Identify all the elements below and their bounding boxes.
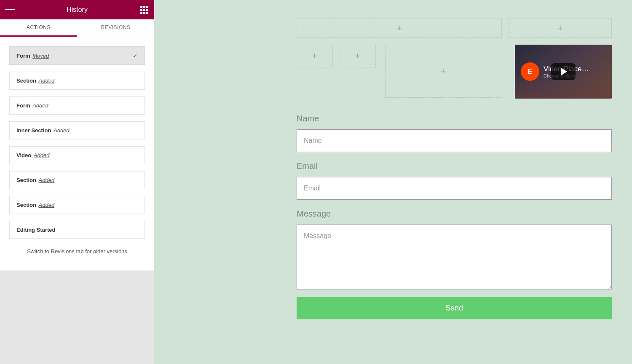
plus-icon: +: [396, 24, 402, 33]
tab-actions[interactable]: ACTIONS: [0, 19, 77, 37]
empty-column[interactable]: +: [385, 45, 501, 98]
history-item-label: Video Added: [16, 152, 49, 158]
widgets-grid-icon[interactable]: [139, 5, 149, 15]
history-item[interactable]: Form Moved✓: [9, 46, 145, 65]
play-button[interactable]: [551, 63, 576, 80]
video-widget[interactable]: E Video Place… Choose a video: [515, 45, 612, 99]
message-label: Message: [297, 209, 612, 219]
contact-form: Name Email Message Send: [297, 114, 612, 319]
history-item[interactable]: Section Added: [9, 171, 145, 189]
history-item[interactable]: Section Added: [9, 72, 145, 90]
email-input[interactable]: [297, 177, 612, 200]
history-item[interactable]: Editing Started: [9, 221, 145, 239]
menu-icon[interactable]: [5, 5, 15, 15]
history-list: Form Moved✓Section AddedForm AddedInner …: [0, 37, 154, 270]
name-label: Name: [297, 114, 612, 123]
editor-canvas[interactable]: + + + + + E Video Place… Choose a video …: [154, 0, 632, 364]
empty-column[interactable]: +: [297, 45, 333, 67]
empty-column[interactable]: +: [509, 19, 612, 38]
elementor-logo-icon: E: [521, 62, 539, 81]
message-input[interactable]: [297, 225, 612, 289]
history-item-label: Inner Section Added: [16, 127, 70, 134]
history-item[interactable]: Inner Section Added: [9, 121, 145, 139]
panel-header: History: [0, 0, 154, 19]
history-item-label: Section Added: [16, 202, 54, 208]
history-item[interactable]: Form Added: [9, 96, 145, 115]
history-item-label: Form Moved: [16, 53, 49, 59]
history-item[interactable]: Video Added: [9, 146, 145, 164]
plus-icon: +: [557, 24, 563, 33]
empty-column[interactable]: +: [297, 19, 502, 38]
history-item-label: Section Added: [16, 78, 54, 84]
section-row-2: + + + E Video Place… Choose a video: [297, 45, 612, 99]
panel-title: History: [15, 6, 139, 13]
history-item-label: Editing Started: [16, 227, 55, 233]
history-panel: History ACTIONS REVISIONS Form Moved✓Sec…: [0, 0, 154, 364]
history-item[interactable]: Section Added: [9, 196, 145, 214]
revisions-note: Switch to Revisions tab for older versio…: [9, 246, 145, 261]
send-button[interactable]: Send: [297, 297, 612, 319]
history-item-label: Section Added: [16, 177, 54, 183]
plus-icon: +: [441, 67, 446, 76]
plus-icon: +: [355, 51, 361, 61]
section-row-1: + +: [297, 19, 612, 38]
play-icon: [561, 68, 567, 75]
check-icon: ✓: [133, 52, 138, 59]
plus-icon: +: [312, 51, 318, 61]
tab-revisions[interactable]: REVISIONS: [77, 19, 154, 37]
history-tabs: ACTIONS REVISIONS: [0, 19, 154, 37]
empty-column[interactable]: +: [340, 45, 376, 67]
history-item-label: Form Added: [16, 102, 48, 109]
name-input[interactable]: [297, 129, 612, 152]
email-label: Email: [297, 161, 612, 171]
